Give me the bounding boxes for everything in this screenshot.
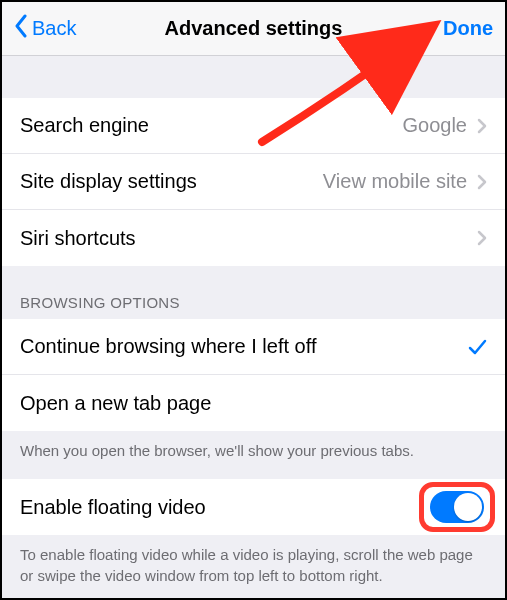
- row-site-display[interactable]: Site display settings View mobile site: [2, 154, 505, 210]
- floating-video-group: Enable floating video: [2, 479, 505, 535]
- toggle-knob: [454, 493, 482, 521]
- row-value: Google: [403, 114, 468, 137]
- row-open-new-tab[interactable]: Open a new tab page: [2, 375, 505, 431]
- page-title: Advanced settings: [94, 17, 413, 40]
- spacer: [2, 56, 505, 98]
- row-search-engine[interactable]: Search engine Google: [2, 98, 505, 154]
- floating-video-toggle[interactable]: [430, 491, 484, 523]
- chevron-left-icon: [14, 14, 28, 43]
- back-button[interactable]: Back: [14, 14, 94, 43]
- row-siri-shortcuts[interactable]: Siri shortcuts: [2, 210, 505, 266]
- chevron-right-icon: [477, 230, 487, 246]
- settings-group: Search engine Google Site display settin…: [2, 98, 505, 266]
- row-value-wrap: [477, 230, 487, 246]
- row-label: Search engine: [20, 114, 149, 137]
- browsing-footer: When you open the browser, we'll show yo…: [2, 431, 505, 479]
- row-label: Open a new tab page: [20, 392, 211, 415]
- row-label: Site display settings: [20, 170, 197, 193]
- row-label: Enable floating video: [20, 496, 206, 519]
- row-label: Siri shortcuts: [20, 227, 136, 250]
- navbar: Back Advanced settings Done: [2, 2, 505, 56]
- row-label: Continue browsing where I left off: [20, 335, 316, 358]
- browsing-options-group: Continue browsing where I left off Open …: [2, 319, 505, 431]
- checkmark-icon: [467, 337, 487, 357]
- row-value-wrap: View mobile site: [323, 170, 487, 193]
- row-value: View mobile site: [323, 170, 467, 193]
- annotation-highlight: [419, 482, 495, 532]
- section-header-browsing: Browsing Options: [2, 266, 505, 319]
- floating-video-footer: To enable floating video while a video i…: [2, 535, 505, 600]
- chevron-right-icon: [477, 174, 487, 190]
- back-label: Back: [32, 17, 76, 40]
- row-continue-browsing[interactable]: Continue browsing where I left off: [2, 319, 505, 375]
- row-value-wrap: Google: [403, 114, 488, 137]
- chevron-right-icon: [477, 118, 487, 134]
- row-floating-video: Enable floating video: [2, 479, 505, 535]
- done-button[interactable]: Done: [413, 17, 493, 40]
